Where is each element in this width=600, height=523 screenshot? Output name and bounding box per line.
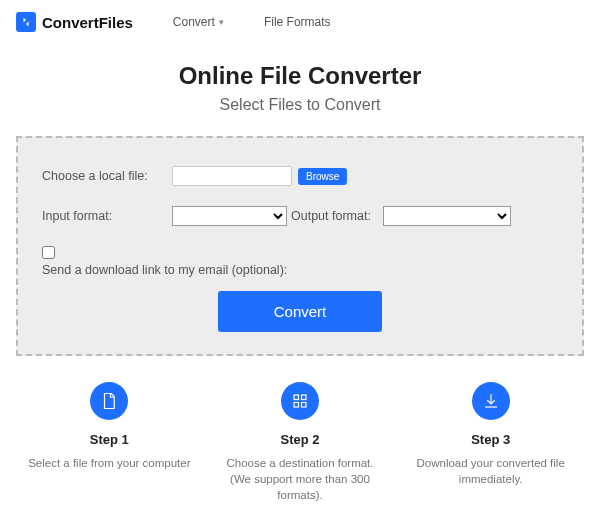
- nav: Convert ▾ File Formats: [173, 15, 331, 29]
- logo-icon: [16, 12, 36, 32]
- step-1-desc: Select a file from your computer: [24, 455, 195, 471]
- svg-rect-3: [302, 403, 307, 408]
- step-1: Step 1 Select a file from your computer: [24, 382, 195, 503]
- svg-rect-2: [294, 403, 299, 408]
- page-subtitle: Select Files to Convert: [16, 96, 584, 114]
- step-2-desc: Choose a destination format. (We support…: [215, 455, 386, 503]
- output-format-select[interactable]: [383, 206, 511, 226]
- svg-rect-0: [294, 395, 299, 400]
- logo[interactable]: ConvertFiles: [16, 12, 133, 32]
- convert-wrap: Convert: [42, 291, 558, 332]
- main: Online File Converter Select Files to Co…: [0, 62, 600, 519]
- brand-name: ConvertFiles: [42, 14, 133, 31]
- svg-rect-1: [302, 395, 307, 400]
- steps: Step 1 Select a file from your computer …: [16, 382, 584, 503]
- file-row: Choose a local file: Browse: [42, 166, 558, 186]
- email-label: Send a download link to my email (option…: [42, 263, 287, 277]
- nav-convert-label: Convert: [173, 15, 215, 29]
- format-row: Input format: Output format:: [42, 206, 558, 226]
- email-checkbox[interactable]: [42, 246, 55, 259]
- email-row: Send a download link to my email (option…: [42, 246, 558, 277]
- file-icon: [90, 382, 128, 420]
- nav-formats-label: File Formats: [264, 15, 331, 29]
- convert-button[interactable]: Convert: [218, 291, 383, 332]
- output-format-label: Output format:: [291, 209, 371, 223]
- step-3-title: Step 3: [405, 432, 576, 447]
- step-2-title: Step 2: [215, 432, 386, 447]
- file-path-input[interactable]: [172, 166, 292, 186]
- step-3-desc: Download your converted file immediately…: [405, 455, 576, 487]
- download-icon: [472, 382, 510, 420]
- page-title: Online File Converter: [16, 62, 584, 90]
- browse-button[interactable]: Browse: [298, 168, 347, 185]
- choose-file-label: Choose a local file:: [42, 169, 172, 183]
- grid-icon: [281, 382, 319, 420]
- step-2: Step 2 Choose a destination format. (We …: [215, 382, 386, 503]
- nav-file-formats[interactable]: File Formats: [264, 15, 331, 29]
- input-format-label: Input format:: [42, 209, 172, 223]
- step-1-title: Step 1: [24, 432, 195, 447]
- nav-convert[interactable]: Convert ▾: [173, 15, 224, 29]
- chevron-down-icon: ▾: [219, 17, 224, 27]
- step-3: Step 3 Download your converted file imme…: [405, 382, 576, 503]
- converter-box: Choose a local file: Browse Input format…: [16, 136, 584, 356]
- input-format-select[interactable]: [172, 206, 287, 226]
- header: ConvertFiles Convert ▾ File Formats: [0, 0, 600, 44]
